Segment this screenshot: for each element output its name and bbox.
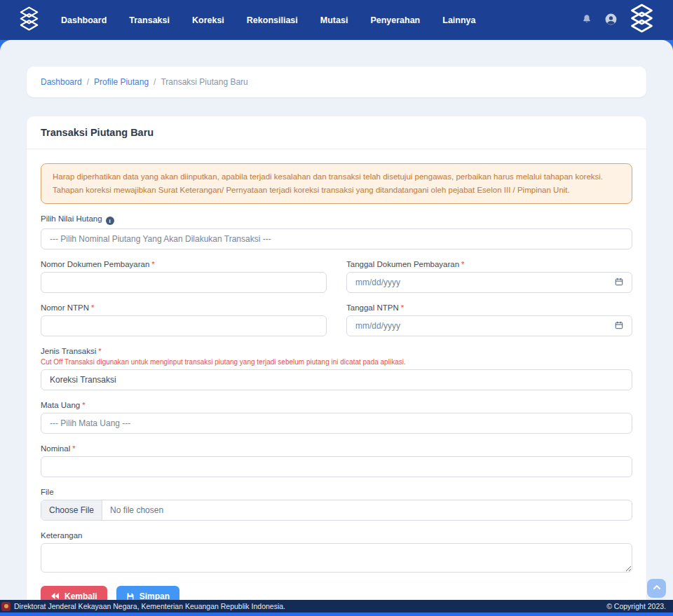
required-mark: * [401, 303, 404, 312]
date-placeholder: mm/dd/yyyy [355, 278, 400, 287]
file-label: File [41, 488, 632, 496]
transaction-form-card: Transaksi Piutang Baru Harap diperhatika… [27, 116, 646, 600]
label-text: Mata Uang [41, 401, 80, 409]
date-placeholder: mm/dd/yyyy [355, 321, 400, 331]
jenis-transaksi-helper: Cut Off Transaksi digunakan untuk mengin… [41, 358, 632, 366]
tanggal-dokumen-pembayaran-input[interactable]: mm/dd/yyyy [346, 272, 632, 293]
user-avatar-icon [605, 13, 617, 27]
tanggal-dokumen-pembayaran-label: Tanggal Dokumen Pembayaran* [346, 260, 632, 268]
tanggal-ntpn-label: Tanggal NTPN* [346, 303, 632, 312]
footer: Direktorat Jenderal Kekayaan Negara, Kem… [0, 600, 673, 616]
selected-option-text: --- Pilih Nominal Piutang Yang Akan Dila… [50, 234, 271, 244]
bell-icon [582, 14, 592, 26]
alert-line-1: Harap diperhatikan data yang akan diinpu… [53, 170, 620, 184]
footer-accent-strip [0, 612, 673, 616]
field-nominal: Nominal* [41, 444, 632, 477]
label-text: Nominal [41, 444, 70, 453]
navbar-right [580, 4, 655, 36]
required-mark: * [91, 303, 94, 312]
label-text: Jenis Transaksi [41, 347, 96, 355]
simpan-button[interactable]: Simpan [116, 586, 179, 600]
label-text: Nomor Dokumen Pembayaran [41, 260, 149, 268]
label-text: Tanggal Dokumen Pembayaran [346, 260, 459, 268]
nomor-ntpn-input[interactable] [41, 315, 327, 336]
nomor-dokumen-pembayaran-label: Nomor Dokumen Pembayaran* [41, 260, 327, 268]
nav-mutasi[interactable]: Mutasi [320, 15, 348, 25]
footer-left: Direktorat Jenderal Kekayaan Negara, Kem… [1, 602, 285, 611]
mata-uang-select[interactable]: --- Pilih Mata Uang --- [41, 413, 632, 434]
stacked-diamonds-icon [18, 6, 40, 34]
warning-alert: Harap diperhatikan data yang akan diinpu… [41, 163, 632, 204]
field-keterangan: Keterangan [41, 531, 632, 575]
save-icon [126, 592, 135, 600]
pilih-nilai-hutang-label: Pilih Nilai Hutangi [41, 214, 632, 226]
tanggal-ntpn-input[interactable]: mm/dd/yyyy [346, 315, 632, 336]
main-area: Dashboard / Profile Piutang / Transaksi … [0, 40, 673, 600]
rewind-icon [50, 592, 60, 600]
form-actions: Kembali Simpan [41, 586, 632, 600]
footer-text: Direktorat Jenderal Kekayaan Negara, Kem… [14, 602, 285, 610]
kembali-label: Kembali [64, 591, 97, 600]
label-text: File [41, 488, 54, 496]
required-mark: * [72, 444, 75, 453]
field-nomor-ntpn: Nomor NTPN* [41, 303, 327, 336]
nav-dashboard[interactable]: Dashboard [61, 15, 107, 25]
info-icon[interactable]: i [106, 217, 114, 225]
field-nomor-dokumen-pembayaran: Nomor Dokumen Pembayaran* [41, 260, 327, 293]
breadcrumb-profile-piutang[interactable]: Profile Piutang [94, 77, 149, 87]
label-text: Tanggal NTPN [346, 303, 399, 312]
field-jenis-transaksi: Jenis Transaksi* Cut Off Transaksi digun… [41, 347, 632, 390]
required-mark: * [461, 260, 464, 268]
breadcrumb-separator: / [87, 77, 89, 87]
field-tanggal-ntpn: Tanggal NTPN* mm/dd/yyyy [346, 303, 632, 336]
notifications-button[interactable] [580, 13, 593, 27]
breadcrumb-dashboard[interactable]: Dashboard [41, 77, 82, 87]
nominal-input[interactable] [41, 456, 632, 477]
jenis-transaksi-select[interactable]: Koreksi Transaksi [41, 369, 632, 390]
keterangan-label: Keterangan [41, 531, 632, 540]
kemenkeu-logo [1, 602, 11, 611]
nav-transaksi[interactable]: Transaksi [129, 15, 170, 25]
main-nav: Dashboard Transaksi Koreksi Rekonsiliasi… [61, 15, 476, 25]
field-file: File Choose File No file chosen [41, 488, 632, 521]
label-text: Keterangan [41, 531, 82, 540]
nav-lainnya[interactable]: Lainnya [442, 15, 475, 25]
selected-option-text: --- Pilih Mata Uang --- [50, 418, 130, 428]
mata-uang-label: Mata Uang* [41, 401, 632, 409]
field-pilih-nilai-hutang: Pilih Nilai Hutangi --- Pilih Nominal Pi… [41, 214, 632, 250]
breadcrumb-separator: / [154, 77, 156, 87]
file-input[interactable]: Choose File No file chosen [41, 500, 632, 521]
page-content: Dashboard / Profile Piutang / Transaksi … [0, 40, 673, 600]
breadcrumb: Dashboard / Profile Piutang / Transaksi … [27, 67, 646, 97]
calendar-icon[interactable] [615, 321, 623, 331]
nav-koreksi[interactable]: Koreksi [192, 15, 224, 25]
label-text: Nomor NTPN [41, 303, 89, 312]
keterangan-textarea[interactable] [41, 543, 632, 573]
choose-file-button[interactable]: Choose File [41, 500, 102, 520]
copyright-text: © Copyright 2023. [606, 602, 666, 610]
pilih-nilai-hutang-select[interactable]: --- Pilih Nominal Piutang Yang Akan Dila… [41, 228, 632, 249]
chevron-up-icon [653, 583, 661, 594]
app-logo[interactable] [18, 6, 40, 34]
top-navbar: Dashboard Transaksi Koreksi Rekonsiliasi… [0, 0, 673, 40]
required-mark: * [151, 260, 154, 268]
label-text: Pilih Nilai Hutang [41, 214, 102, 223]
kembali-button[interactable]: Kembali [41, 586, 107, 600]
user-menu-button[interactable] [604, 12, 618, 29]
field-mata-uang: Mata Uang* --- Pilih Mata Uang --- [41, 401, 632, 434]
required-mark: * [82, 401, 85, 409]
field-tanggal-dokumen-pembayaran: Tanggal Dokumen Pembayaran* mm/dd/yyyy [346, 260, 632, 293]
nav-rekonsiliasi[interactable]: Rekonsiliasi [247, 15, 298, 25]
nominal-label: Nominal* [41, 444, 632, 453]
jenis-transaksi-label: Jenis Transaksi* [41, 347, 632, 355]
scroll-to-top-button[interactable] [647, 579, 666, 598]
file-status-text: No file chosen [102, 505, 171, 515]
nav-penyerahan[interactable]: Penyerahan [370, 15, 420, 25]
card-body: Harap diperhatikan data yang akan diinpu… [27, 149, 646, 600]
simpan-label: Simpan [140, 591, 170, 600]
page-title: Transaksi Piutang Baru [41, 127, 154, 138]
footer-bar: Direktorat Jenderal Kekayaan Negara, Kem… [0, 600, 673, 612]
secondary-logo [629, 4, 655, 36]
nomor-dokumen-pembayaran-input[interactable] [41, 272, 327, 293]
calendar-icon[interactable] [615, 278, 623, 288]
